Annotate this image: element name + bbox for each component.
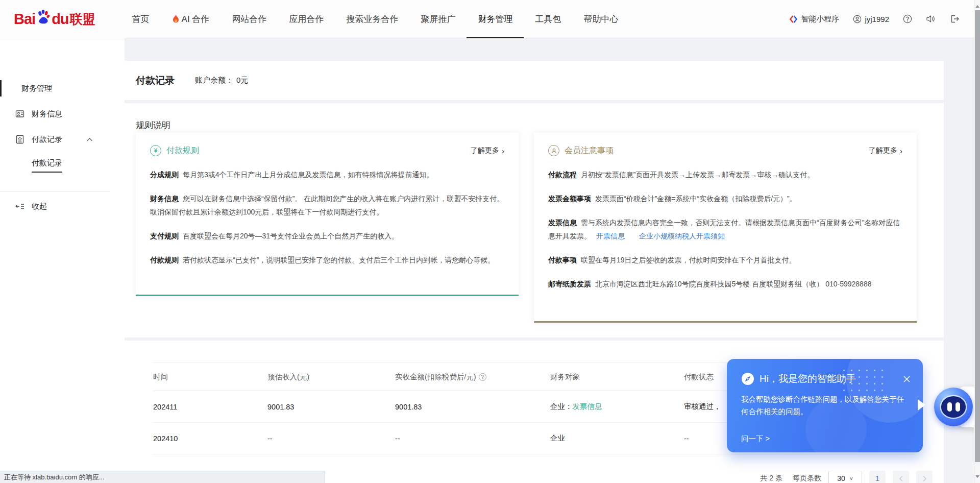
total-count-label: 共 2 条 bbox=[760, 474, 782, 483]
browser-status-bar: 正在等待 xlab.baidu.com 的响应... bbox=[0, 471, 325, 483]
column-header-actual-amount: 实收金额(扣除税费后/元) ? bbox=[395, 372, 550, 382]
rule-item: 付款事项联盟在每月19日之后签收的发票，付款时间安排在下个月首批支付。 bbox=[534, 253, 917, 267]
member-circle-icon bbox=[548, 145, 559, 156]
sidebar-divider bbox=[0, 191, 110, 192]
status-text: 正在等待 xlab.baidu.com 的响应... bbox=[4, 473, 105, 482]
assistant-header: Hi，我是您的智能助手 bbox=[727, 359, 923, 385]
smart-miniprogram-entry[interactable]: 智能小程序 bbox=[789, 14, 839, 24]
sound-icon[interactable] bbox=[926, 14, 936, 23]
sidebar-collapse-button[interactable]: 收起 bbox=[0, 198, 125, 215]
nav-item-juping-promotion[interactable]: 聚屏推广 bbox=[409, 0, 467, 38]
member-notes-card-header: 会员注意事项 了解更多› bbox=[534, 133, 917, 157]
chevron-right-icon: › bbox=[900, 147, 902, 155]
balance-label: 账户余额： bbox=[195, 76, 233, 84]
baidu-paw-icon bbox=[36, 9, 51, 24]
next-page-button[interactable] bbox=[916, 471, 933, 483]
logout-icon[interactable] bbox=[950, 14, 960, 23]
user-icon bbox=[853, 15, 862, 23]
prev-page-button[interactable] bbox=[893, 471, 909, 483]
nav-item-finance-management[interactable]: 财务管理 bbox=[467, 0, 524, 38]
column-header-estimated-income: 预估收入(元) bbox=[267, 372, 395, 382]
cell-finance-object: 企业 bbox=[550, 433, 684, 443]
rule-item: 发票金额事项发票票面“价税合计”金额=系统中“实收金额（扣除税费后/元）”。 bbox=[534, 192, 917, 205]
scroll-down-arrow-icon[interactable] bbox=[975, 475, 979, 480]
payment-rules-learn-more-link[interactable]: 了解更多› bbox=[471, 146, 504, 155]
nav-item-search-cooperation[interactable]: 搜索业务合作 bbox=[335, 0, 409, 38]
user-account[interactable]: jyj1992 bbox=[853, 15, 889, 23]
page-title: 付款记录 bbox=[136, 74, 175, 87]
rules-section-title: 规则说明 bbox=[136, 119, 170, 131]
rule-item: 支付规则百度联盟会在每月20号—31号支付企业会员上个自然月产生的收入。 bbox=[136, 229, 519, 243]
small-taxpayer-notice-link[interactable]: 企业小规模纳税人开票须知 bbox=[639, 232, 725, 240]
ask-now-link[interactable]: 问一下 > bbox=[741, 434, 770, 444]
page: Bai du 联盟 首页 AI 合作 网站合作 bbox=[0, 0, 980, 483]
sidebar: 财务管理 财务信息 付款记录 付款记录 收起 bbox=[0, 38, 125, 483]
scroll-up-arrow-icon[interactable] bbox=[975, 3, 979, 8]
help-circle-icon[interactable]: ? bbox=[479, 373, 486, 381]
rule-item: 邮寄纸质发票北京市海淀区西北旺东路10号院百度科技园5号楼 百度联盟财务组（收）… bbox=[534, 277, 917, 291]
nav-item-home[interactable]: 首页 bbox=[121, 0, 161, 38]
cell-estimated: 9001.83 bbox=[267, 403, 395, 411]
logo-text-bai: Bai bbox=[14, 11, 35, 28]
yen-circle-icon: ¥ bbox=[150, 145, 161, 156]
page-header-panel: 付款记录 账户余额：0元 bbox=[125, 61, 944, 100]
sidebar-item-payment-records[interactable]: 付款记录 bbox=[0, 130, 125, 149]
payment-rules-card: ¥ 付款规则 了解更多› 分成规则每月第3或4个工作日产出上月分成信息及发票信息… bbox=[136, 133, 519, 296]
rule-item: 分成规则每月第3或4个工作日产出上月分成信息及发票信息，如有特殊情况将提前通知。 bbox=[136, 168, 519, 181]
rule-item: 付款流程月初按“发票信息”页面开具发票→上传发票→邮寄发票→审核→确认支付。 bbox=[534, 168, 917, 181]
scrollbar-thumb[interactable] bbox=[975, 10, 980, 462]
help-icon[interactable] bbox=[903, 14, 912, 23]
rule-item: 付款规则若付款状态显示“已支付”，说明联盟已安排了您的付款。支付后三个工作日内到… bbox=[136, 253, 519, 267]
pagination: 共 2 条 每页条数 30 ∨ 1 bbox=[760, 471, 933, 483]
assistant-message: 我会帮助您诊断合作链路问题，以及解答您关于任何合作相关的问题。 bbox=[727, 385, 923, 418]
account-balance: 账户余额：0元 bbox=[195, 76, 248, 85]
invoice-info-link[interactable]: 开票信息 bbox=[596, 232, 625, 240]
caret-down-icon: ∨ bbox=[849, 476, 853, 481]
top-navigation-bar: Bai du 联盟 首页 AI 合作 网站合作 bbox=[0, 0, 980, 38]
column-header-time: 时间 bbox=[153, 372, 267, 382]
assistant-robot-button[interactable] bbox=[934, 388, 973, 426]
baidu-union-logo[interactable]: Bai du 联盟 bbox=[14, 9, 95, 29]
payment-rules-card-title: 付款规则 bbox=[166, 146, 199, 156]
rule-item: 财务信息您可以在财务信息中选择“保留付款”。 在此期间您产生的收入将在账户内进行… bbox=[136, 192, 519, 219]
payment-rules-card-header: ¥ 付款规则 了解更多› bbox=[136, 133, 519, 157]
cell-actual: 9001.83 bbox=[395, 403, 550, 411]
flame-icon bbox=[172, 14, 180, 23]
member-notes-card-title: 会员注意事项 bbox=[565, 146, 614, 156]
per-page-label: 每页条数 bbox=[793, 474, 821, 483]
sidebar-item-finance-info[interactable]: 财务信息 bbox=[0, 105, 125, 123]
cell-time: 202411 bbox=[153, 403, 267, 411]
main-menu: 首页 AI 合作 网站合作 应用合作 搜索业务合作 聚屏推广 财务管理 工具包 … bbox=[121, 0, 630, 38]
cell-finance-object: 企业：发票信息 bbox=[550, 402, 684, 412]
invoice-info-cell-link[interactable]: 发票信息 bbox=[573, 402, 602, 410]
compass-icon bbox=[741, 372, 754, 385]
close-icon[interactable] bbox=[903, 375, 911, 383]
logo-text-union: 联盟 bbox=[70, 11, 95, 28]
rules-panel: 规则说明 ¥ 付款规则 了解更多› 分成规则每月第3或4个工作日产出上月分成信息… bbox=[125, 103, 944, 337]
vertical-scrollbar[interactable] bbox=[974, 0, 980, 483]
nav-item-toolkit[interactable]: 工具包 bbox=[524, 0, 572, 38]
column-header-finance-object: 财务对象 bbox=[550, 372, 684, 382]
nav-item-app-cooperation[interactable]: 应用合作 bbox=[278, 0, 335, 38]
sidebar-section-finance-management[interactable]: 财务管理 bbox=[0, 80, 125, 96]
page-number-button[interactable]: 1 bbox=[869, 471, 886, 483]
chevron-right-icon: › bbox=[502, 147, 504, 155]
nav-item-website-cooperation[interactable]: 网站合作 bbox=[220, 0, 278, 38]
balance-value: 0元 bbox=[236, 76, 248, 84]
chevron-up-icon[interactable] bbox=[86, 137, 93, 142]
finance-info-icon bbox=[15, 109, 24, 118]
assistant-title: Hi，我是您的智能助手 bbox=[760, 372, 856, 385]
member-notes-card: 会员注意事项 了解更多› 付款流程月初按“发票信息”页面开具发票→上传发票→邮寄… bbox=[534, 133, 917, 323]
cell-actual: -- bbox=[395, 434, 550, 443]
popup-pointer-arrow bbox=[918, 399, 931, 410]
nav-item-help-center[interactable]: 帮助中心 bbox=[572, 0, 629, 38]
per-page-select[interactable]: 30 ∨ bbox=[828, 471, 862, 483]
nav-item-ai-cooperation[interactable]: AI 合作 bbox=[161, 0, 221, 38]
top-right-tools: 智能小程序 jyj1992 bbox=[789, 14, 960, 24]
payment-records-icon bbox=[15, 135, 24, 144]
member-notes-learn-more-link[interactable]: 了解更多› bbox=[869, 146, 902, 155]
sidebar-subitem-payment-records[interactable]: 付款记录 bbox=[32, 158, 62, 173]
miniprogram-diamond-icon bbox=[789, 15, 798, 23]
assistant-popup: Hi，我是您的智能助手 我会帮助您诊断合作链路问题，以及解答您关于任何合作相关的… bbox=[727, 359, 923, 452]
cell-time: 202410 bbox=[153, 434, 267, 443]
